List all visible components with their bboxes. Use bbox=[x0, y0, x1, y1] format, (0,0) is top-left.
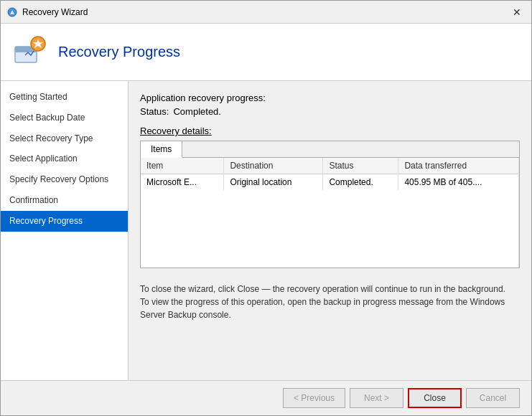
title-bar-text: Recovery Wizard bbox=[22, 7, 508, 17]
sidebar-item-backup-date[interactable]: Select Backup Date bbox=[1, 108, 128, 128]
main-content: Getting Started Select Backup Date Selec… bbox=[1, 81, 531, 380]
header-section: Recovery Progress bbox=[1, 24, 531, 81]
footnote: To close the wizard, click Close — the r… bbox=[140, 283, 520, 321]
tab-items[interactable]: Items bbox=[141, 141, 182, 158]
recovery-details-label: Recovery details: bbox=[140, 126, 520, 136]
wizard-icon bbox=[12, 35, 47, 70]
table-row[interactable]: Microsoft E... Original location Complet… bbox=[141, 174, 519, 191]
recovery-wizard-window: Recovery Wizard ✕ Recovery Progress Gett… bbox=[0, 0, 532, 416]
close-button[interactable]: Close bbox=[408, 388, 462, 408]
sidebar-item-confirmation[interactable]: Confirmation bbox=[1, 190, 128, 211]
cell-item: Microsoft E... bbox=[141, 174, 224, 191]
close-window-button[interactable]: ✕ bbox=[508, 4, 526, 21]
sidebar: Getting Started Select Backup Date Selec… bbox=[1, 81, 129, 380]
cell-data-transferred: 405.95 MB of 405.... bbox=[398, 174, 519, 191]
sidebar-item-getting-started[interactable]: Getting Started bbox=[1, 87, 128, 108]
next-button[interactable]: Next > bbox=[350, 388, 403, 408]
sidebar-item-recovery-options[interactable]: Specify Recovery Options bbox=[1, 169, 128, 190]
cancel-button[interactable]: Cancel bbox=[466, 388, 520, 408]
page-title: Recovery Progress bbox=[58, 44, 180, 60]
title-bar: Recovery Wizard ✕ bbox=[1, 1, 531, 24]
cell-status: Completed. bbox=[323, 174, 398, 191]
sidebar-item-recovery-progress[interactable]: Recovery Progress bbox=[1, 211, 128, 232]
previous-button[interactable]: < Previous bbox=[283, 388, 345, 408]
col-header-data-transferred: Data transferred bbox=[398, 158, 519, 174]
recovery-table: Item Destination Status Data transferred… bbox=[141, 158, 519, 268]
content-area: Application recovery progress: Status: C… bbox=[129, 81, 531, 380]
footer: < Previous Next > Close Cancel bbox=[1, 380, 531, 415]
progress-label: Application recovery progress: bbox=[140, 93, 520, 103]
status-label: Status: bbox=[140, 106, 169, 117]
status-row: Status: Completed. bbox=[140, 106, 520, 117]
table-header-row: Item Destination Status Data transferred bbox=[141, 158, 519, 174]
status-value: Completed. bbox=[173, 106, 220, 117]
col-header-status: Status bbox=[323, 158, 398, 174]
col-header-destination: Destination bbox=[224, 158, 323, 174]
cell-destination: Original location bbox=[224, 174, 323, 191]
sidebar-item-recovery-type[interactable]: Select Recovery Type bbox=[1, 128, 128, 149]
tab-bar: Items bbox=[140, 141, 520, 157]
table-container: Item Destination Status Data transferred… bbox=[140, 157, 520, 268]
col-header-item: Item bbox=[141, 158, 224, 174]
window-icon bbox=[6, 6, 18, 18]
sidebar-item-application[interactable]: Select Application bbox=[1, 148, 128, 169]
